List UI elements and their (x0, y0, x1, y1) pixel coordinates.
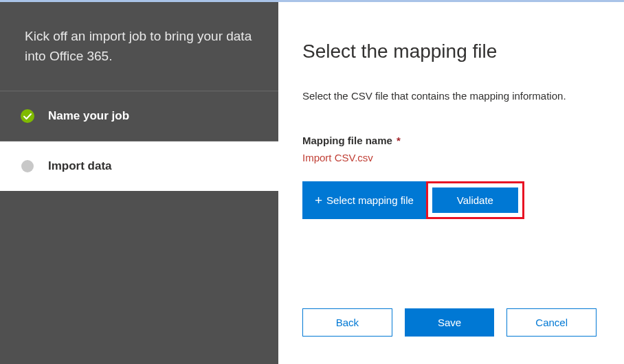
wizard-sidebar: Kick off an import job to bring your dat… (0, 2, 278, 364)
step-label: Import data (48, 159, 112, 173)
select-file-label: Select mapping file (326, 194, 414, 206)
plus-icon: + (315, 193, 322, 208)
wizard-main: Select the mapping file Select the CSV f… (278, 2, 624, 364)
validate-button[interactable]: Validate (432, 187, 518, 213)
select-mapping-file-button[interactable]: + Select mapping file (302, 181, 426, 219)
mapping-file-label: Mapping file name * (302, 135, 597, 146)
validate-highlight-box: Validate (426, 181, 524, 219)
svg-point-1 (21, 160, 34, 172)
step-label: Name your job (48, 109, 129, 123)
svg-point-0 (21, 109, 34, 123)
cancel-button[interactable]: Cancel (506, 308, 597, 337)
wizard-container: Kick off an import job to bring your dat… (0, 2, 624, 364)
sidebar-filler (0, 191, 278, 364)
page-description: Select the CSV file that contains the ma… (302, 90, 597, 102)
sidebar-step-name-job[interactable]: Name your job (0, 91, 278, 141)
sidebar-step-import-data[interactable]: Import data (0, 141, 278, 191)
checkmark-icon (19, 108, 36, 124)
wizard-footer-buttons: Back Save Cancel (302, 308, 597, 337)
field-label-text: Mapping file name (302, 135, 392, 146)
back-button[interactable]: Back (302, 308, 392, 337)
required-indicator: * (397, 135, 401, 146)
mapping-file-name: Import CSV.csv (302, 152, 597, 163)
file-action-buttons: + Select mapping file Validate (302, 181, 597, 219)
sidebar-header: Kick off an import job to bring your dat… (0, 2, 278, 91)
save-button[interactable]: Save (405, 308, 495, 337)
circle-icon (19, 158, 36, 174)
page-title: Select the mapping file (302, 41, 597, 62)
